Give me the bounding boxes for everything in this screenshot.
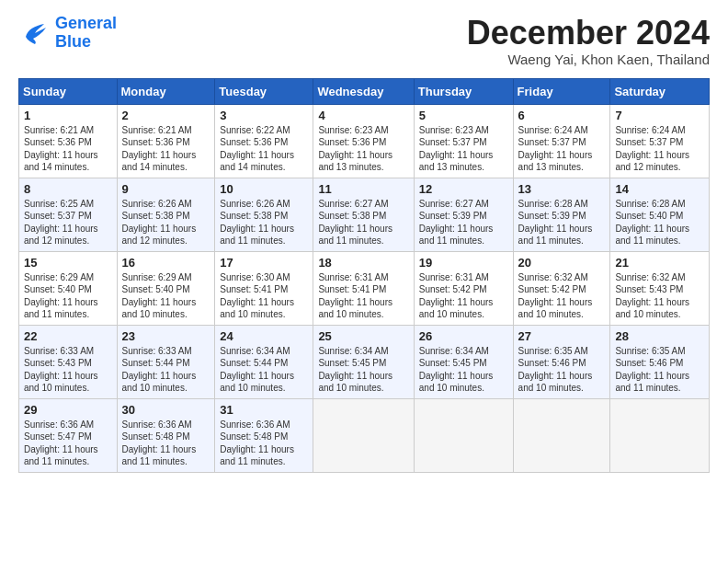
calendar-cell: 21Sunrise: 6:32 AMSunset: 5:43 PMDayligh… xyxy=(610,251,710,325)
calendar-cell: 15Sunrise: 6:29 AMSunset: 5:40 PMDayligh… xyxy=(19,251,118,325)
calendar-cell: 23Sunrise: 6:33 AMSunset: 5:44 PMDayligh… xyxy=(117,325,215,398)
calendar-cell: 29Sunrise: 6:36 AMSunset: 5:47 PMDayligh… xyxy=(19,398,118,472)
day-number: 26 xyxy=(419,329,508,343)
day-info: Sunrise: 6:21 AMSunset: 5:36 PMDaylight:… xyxy=(122,124,210,174)
day-info: Sunrise: 6:32 AMSunset: 5:42 PMDaylight:… xyxy=(518,271,606,321)
title-block: December 2024 Waeng Yai, Khon Kaen, Thai… xyxy=(467,15,710,67)
day-number: 27 xyxy=(518,329,606,343)
day-number: 14 xyxy=(615,182,704,196)
day-info: Sunrise: 6:26 AMSunset: 5:38 PMDaylight:… xyxy=(122,198,210,247)
col-header-tuesday: Tuesday xyxy=(215,78,313,104)
calendar-cell: 1Sunrise: 6:21 AMSunset: 5:36 PMDaylight… xyxy=(19,104,118,178)
day-info: Sunrise: 6:32 AMSunset: 5:43 PMDaylight:… xyxy=(615,271,704,321)
col-header-sunday: Sunday xyxy=(19,78,118,104)
day-info: Sunrise: 6:25 AMSunset: 5:37 PMDaylight:… xyxy=(24,198,112,247)
calendar-cell: 7Sunrise: 6:24 AMSunset: 5:37 PMDaylight… xyxy=(610,104,710,178)
day-info: Sunrise: 6:26 AMSunset: 5:38 PMDaylight:… xyxy=(220,198,308,247)
day-info: Sunrise: 6:36 AMSunset: 5:48 PMDaylight:… xyxy=(220,419,308,468)
calendar-cell: 30Sunrise: 6:36 AMSunset: 5:48 PMDayligh… xyxy=(117,398,215,472)
day-number: 12 xyxy=(419,182,508,196)
calendar-cell xyxy=(513,398,610,472)
day-number: 22 xyxy=(24,329,112,343)
calendar-cell: 18Sunrise: 6:31 AMSunset: 5:41 PMDayligh… xyxy=(313,251,414,325)
day-number: 18 xyxy=(318,256,408,270)
calendar-cell: 25Sunrise: 6:34 AMSunset: 5:45 PMDayligh… xyxy=(313,325,414,398)
calendar-cell: 27Sunrise: 6:35 AMSunset: 5:46 PMDayligh… xyxy=(513,325,610,398)
calendar-cell: 26Sunrise: 6:34 AMSunset: 5:45 PMDayligh… xyxy=(414,325,513,398)
day-number: 3 xyxy=(220,109,308,122)
day-number: 1 xyxy=(24,109,112,122)
calendar-cell: 14Sunrise: 6:28 AMSunset: 5:40 PMDayligh… xyxy=(610,178,710,251)
calendar-cell: 19Sunrise: 6:31 AMSunset: 5:42 PMDayligh… xyxy=(414,251,513,325)
calendar-cell xyxy=(313,398,414,472)
day-info: Sunrise: 6:30 AMSunset: 5:41 PMDaylight:… xyxy=(220,271,308,321)
day-number: 29 xyxy=(24,403,112,417)
calendar-cell: 4Sunrise: 6:23 AMSunset: 5:36 PMDaylight… xyxy=(313,104,414,178)
day-number: 8 xyxy=(24,182,112,196)
calendar-cell: 12Sunrise: 6:27 AMSunset: 5:39 PMDayligh… xyxy=(414,178,513,251)
calendar-cell: 28Sunrise: 6:35 AMSunset: 5:46 PMDayligh… xyxy=(610,325,710,398)
day-number: 30 xyxy=(122,403,210,417)
calendar-week-row: 1Sunrise: 6:21 AMSunset: 5:36 PMDaylight… xyxy=(19,104,710,178)
calendar-cell: 8Sunrise: 6:25 AMSunset: 5:37 PMDaylight… xyxy=(19,178,118,251)
day-info: Sunrise: 6:29 AMSunset: 5:40 PMDaylight:… xyxy=(122,271,210,321)
day-info: Sunrise: 6:34 AMSunset: 5:44 PMDaylight:… xyxy=(220,345,308,395)
logo: General Blue xyxy=(18,15,117,52)
calendar-cell: 3Sunrise: 6:22 AMSunset: 5:36 PMDaylight… xyxy=(215,104,313,178)
col-header-saturday: Saturday xyxy=(610,78,710,104)
day-info: Sunrise: 6:35 AMSunset: 5:46 PMDaylight:… xyxy=(615,345,704,395)
calendar-cell: 24Sunrise: 6:34 AMSunset: 5:44 PMDayligh… xyxy=(215,325,313,398)
day-info: Sunrise: 6:23 AMSunset: 5:37 PMDaylight:… xyxy=(419,124,508,174)
calendar-cell: 20Sunrise: 6:32 AMSunset: 5:42 PMDayligh… xyxy=(513,251,610,325)
calendar-cell: 31Sunrise: 6:36 AMSunset: 5:48 PMDayligh… xyxy=(215,398,313,472)
day-number: 19 xyxy=(419,256,508,270)
day-number: 15 xyxy=(24,256,112,270)
day-info: Sunrise: 6:29 AMSunset: 5:40 PMDaylight:… xyxy=(24,271,112,321)
day-number: 28 xyxy=(615,329,704,343)
calendar-cell: 17Sunrise: 6:30 AMSunset: 5:41 PMDayligh… xyxy=(215,251,313,325)
day-number: 13 xyxy=(518,182,606,196)
calendar-cell: 6Sunrise: 6:24 AMSunset: 5:37 PMDaylight… xyxy=(513,104,610,178)
calendar-cell: 11Sunrise: 6:27 AMSunset: 5:38 PMDayligh… xyxy=(313,178,414,251)
day-info: Sunrise: 6:21 AMSunset: 5:36 PMDaylight:… xyxy=(24,124,112,174)
day-info: Sunrise: 6:31 AMSunset: 5:41 PMDaylight:… xyxy=(318,271,408,321)
calendar-cell xyxy=(414,398,513,472)
calendar-week-row: 8Sunrise: 6:25 AMSunset: 5:37 PMDaylight… xyxy=(19,178,710,251)
day-info: Sunrise: 6:28 AMSunset: 5:39 PMDaylight:… xyxy=(518,198,606,247)
calendar-week-row: 29Sunrise: 6:36 AMSunset: 5:47 PMDayligh… xyxy=(19,398,710,472)
day-number: 16 xyxy=(122,256,210,270)
day-info: Sunrise: 6:34 AMSunset: 5:45 PMDaylight:… xyxy=(318,345,408,395)
day-number: 21 xyxy=(615,256,704,270)
day-number: 20 xyxy=(518,256,606,270)
day-number: 7 xyxy=(615,109,704,122)
day-number: 4 xyxy=(318,109,408,122)
day-info: Sunrise: 6:27 AMSunset: 5:38 PMDaylight:… xyxy=(318,198,408,247)
logo-bird-icon xyxy=(18,17,51,50)
col-header-friday: Friday xyxy=(513,78,610,104)
day-number: 17 xyxy=(220,256,308,270)
calendar-cell: 22Sunrise: 6:33 AMSunset: 5:43 PMDayligh… xyxy=(19,325,118,398)
calendar-cell: 5Sunrise: 6:23 AMSunset: 5:37 PMDaylight… xyxy=(414,104,513,178)
day-number: 2 xyxy=(122,109,210,122)
calendar-cell: 13Sunrise: 6:28 AMSunset: 5:39 PMDayligh… xyxy=(513,178,610,251)
day-number: 6 xyxy=(518,109,606,122)
day-info: Sunrise: 6:34 AMSunset: 5:45 PMDaylight:… xyxy=(419,345,508,395)
page-header: General Blue December 2024 Waeng Yai, Kh… xyxy=(18,15,710,67)
day-info: Sunrise: 6:33 AMSunset: 5:43 PMDaylight:… xyxy=(24,345,112,395)
day-number: 31 xyxy=(220,403,308,417)
day-info: Sunrise: 6:23 AMSunset: 5:36 PMDaylight:… xyxy=(318,124,408,174)
calendar-week-row: 22Sunrise: 6:33 AMSunset: 5:43 PMDayligh… xyxy=(19,325,710,398)
calendar-cell: 2Sunrise: 6:21 AMSunset: 5:36 PMDaylight… xyxy=(117,104,215,178)
col-header-thursday: Thursday xyxy=(414,78,513,104)
col-header-monday: Monday xyxy=(117,78,215,104)
calendar-cell: 9Sunrise: 6:26 AMSunset: 5:38 PMDaylight… xyxy=(117,178,215,251)
calendar-cell: 16Sunrise: 6:29 AMSunset: 5:40 PMDayligh… xyxy=(117,251,215,325)
day-number: 11 xyxy=(318,182,408,196)
day-info: Sunrise: 6:36 AMSunset: 5:47 PMDaylight:… xyxy=(24,419,112,468)
day-info: Sunrise: 6:35 AMSunset: 5:46 PMDaylight:… xyxy=(518,345,606,395)
logo-text: General Blue xyxy=(55,15,117,52)
col-header-wednesday: Wednesday xyxy=(313,78,414,104)
day-info: Sunrise: 6:24 AMSunset: 5:37 PMDaylight:… xyxy=(615,124,704,174)
month-title: December 2024 xyxy=(467,15,710,52)
calendar-header-row: SundayMondayTuesdayWednesdayThursdayFrid… xyxy=(19,78,710,104)
